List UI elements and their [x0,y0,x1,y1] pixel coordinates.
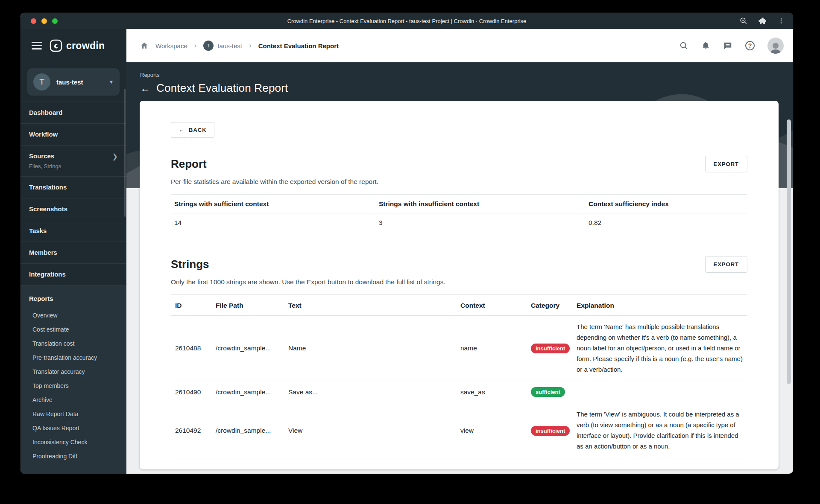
cell-id: 2610490 [175,388,216,396]
sidebar-item-members[interactable]: Members [20,242,126,264]
sidebar-item-top-members[interactable]: Top members [20,379,126,393]
category-badge: sufficient [531,387,565,397]
sidebar-item-integrations[interactable]: Integrations [20,264,126,286]
sidebar-item-overview[interactable]: Overview [20,308,126,322]
close-window-button[interactable] [31,18,36,24]
chevron-right-icon: › [249,41,252,50]
col-file-path: File Path [216,302,288,309]
page-eyebrow: Reports [140,72,793,78]
breadcrumb-project[interactable]: T taus-test [203,41,242,51]
cell-text: View [288,427,460,434]
strings-export-button[interactable]: EXPORT [705,256,747,273]
messages-icon[interactable] [723,41,732,50]
crowdin-logo-icon [50,39,62,52]
report-section-subtitle: Per-file statistics are available within… [171,178,747,186]
cell-explanation: The term 'View' is ambiguous. It could b… [577,409,747,452]
report-section-title: Report [171,157,207,171]
cell-context: name [460,344,531,352]
cell-file-path: /crowdin_sample... [216,427,288,434]
col-text: Text [288,302,460,309]
browser-tab-title: Crowdin Enterprise - Context Evaluation … [20,18,793,24]
crowdin-logo[interactable]: crowdin [50,39,105,52]
cell-text: Name [288,344,460,352]
page-scrollbar[interactable] [787,119,791,384]
sidebar-item-translations[interactable]: Translations [20,177,126,198]
chevron-right-icon: › [194,41,197,50]
cell-text: Save as... [288,388,460,396]
sidebar-item-tasks[interactable]: Tasks [20,220,126,242]
sidebar-item-proofreading-diff[interactable]: Proofreading Diff [20,449,126,463]
breadcrumb-current-page: Context Evaluation Report [258,42,339,50]
sidebar-item-inconsistency-check[interactable]: Inconsistency Check [20,435,126,449]
sidebar-item-qa-issues-report[interactable]: QA Issues Report [20,421,126,435]
sidebar-item-cost-estimate[interactable]: Cost estimate [20,322,126,336]
help-icon[interactable]: ? [745,41,755,50]
sidebar-item-translation-cost[interactable]: Translation cost [20,336,126,350]
user-avatar[interactable] [767,38,784,54]
col-category: Category [531,302,577,309]
sidebar-item-sources[interactable]: Sources ❯ Files, Strings [20,146,126,177]
browser-menu-icon[interactable] [778,17,785,25]
browser-titlebar: Crowdin Enterprise - Context Evaluation … [20,13,793,29]
breadcrumb: Workspace › T taus-test › Context Evalua… [140,41,339,51]
cell-file-path: /crowdin_sample... [216,344,288,352]
sidebar-item-sources-sublabel: Files, Strings [29,163,118,169]
sidebar-section-reports: Reports Overview Cost estimate Translati… [20,286,126,474]
breadcrumb-workspace[interactable]: Workspace [155,42,187,50]
cell-context: save_as [460,388,531,396]
sidebar-item-dashboard[interactable]: Dashboard [20,102,126,124]
menu-icon[interactable] [32,42,42,50]
stat-insufficient-value: 3 [379,219,589,227]
extensions-icon[interactable] [758,17,767,25]
back-button[interactable]: ← BACK [171,122,214,138]
stat-sufficient-value: 14 [174,219,379,227]
sidebar-item-screenshots[interactable]: Screenshots [20,198,126,220]
browser-window: Crowdin Enterprise - Context Evaluation … [20,13,793,474]
project-name: taus-test [56,79,103,86]
project-avatar-small: T [203,41,214,51]
minimize-window-button[interactable] [41,18,47,24]
stat-index-value: 0.82 [589,219,747,227]
breadcrumb-project-label: taus-test [217,42,242,50]
report-card: ← BACK Report EXPORT Per-file statistics… [140,101,779,469]
app-header: Workspace › T taus-test › Context Evalua… [126,29,793,62]
sidebar-item-pre-translation-accuracy[interactable]: Pre-translation accuracy [20,350,126,364]
category-badge: insufficient [531,426,570,436]
table-row: 2610488 /crowdin_sample... Name name ins… [171,316,747,381]
table-row: 2610492 /crowdin_sample... View view ins… [171,403,747,458]
strings-table-header: ID File Path Text Context Category Expla… [171,295,747,316]
category-badge: insufficient [531,344,570,353]
col-explanation: Explanation [577,302,747,309]
stats-col-insufficient: Strings with insufficient context [379,200,589,208]
sidebar-scrollbar[interactable] [124,89,126,217]
sidebar-item-archive[interactable]: Archive [20,393,126,407]
search-icon[interactable] [679,41,688,50]
back-arrow-icon[interactable]: ← [140,83,150,93]
chevron-right-icon: ❯ [112,152,118,160]
chevron-down-icon: ▼ [109,79,114,84]
cell-context: view [460,427,531,434]
home-icon[interactable] [140,41,149,50]
notifications-bell-icon[interactable] [701,41,710,50]
window-controls[interactable] [20,18,58,24]
cell-id: 2610492 [175,427,216,434]
sidebar-item-raw-report-data[interactable]: Raw Report Data [20,407,126,421]
cell-explanation: The term 'Name' has multiple possible tr… [577,322,747,375]
strings-section-title: Strings [171,258,209,271]
crowdin-logo-text: crowdin [66,40,105,52]
stats-col-sufficient: Strings with sufficient context [174,200,379,208]
cell-id: 2610488 [175,344,216,352]
report-export-button[interactable]: EXPORT [705,156,747,172]
page-title: Context Evaluation Report [156,82,288,95]
stats-table-row: 14 3 0.82 [171,213,747,232]
strings-section-subtitle: Only the first 1000 strings are shown. U… [171,278,747,286]
project-selector[interactable]: T taus-test ▼ [27,68,120,96]
sidebar-item-reports[interactable]: Reports [20,291,126,308]
sidebar-item-translator-accuracy[interactable]: Translator accuracy [20,364,126,379]
sidebar-item-workflow[interactable]: Workflow [20,124,126,146]
col-id: ID [175,302,216,309]
stats-col-index: Context sufficiency index [589,200,747,208]
zoom-out-icon[interactable] [740,17,747,25]
project-avatar: T [33,73,50,90]
fullscreen-window-button[interactable] [52,18,58,24]
